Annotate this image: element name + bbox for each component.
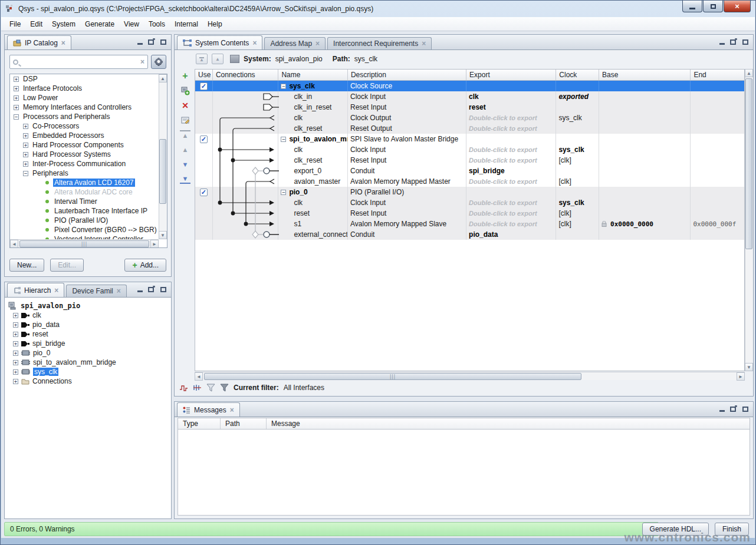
use-checkbox[interactable]: ✓ bbox=[200, 136, 208, 143]
export-cell[interactable]: reset bbox=[466, 102, 556, 113]
tree-item[interactable]: Altera Modular ADC core bbox=[10, 187, 167, 197]
scroll-down-icon[interactable]: ▼ bbox=[745, 363, 753, 371]
export-cell[interactable]: Double-click to export bbox=[466, 176, 556, 187]
scroll-up-icon[interactable]: ▲ bbox=[745, 69, 753, 77]
move-up-button[interactable]: ▲ bbox=[212, 54, 223, 64]
expand-icon[interactable]: + bbox=[14, 77, 19, 82]
tree-item[interactable]: +Embedded Processors bbox=[10, 131, 167, 140]
tree-item[interactable]: +Co-Processors bbox=[10, 121, 167, 131]
tree-item[interactable]: +Hard Processor Components bbox=[10, 140, 167, 150]
col-description[interactable]: Description bbox=[348, 70, 466, 80]
hierarchy-item[interactable]: +pio_data bbox=[8, 320, 171, 329]
scroll-left-icon[interactable]: ◄ bbox=[10, 240, 18, 248]
edit-parameters-icon[interactable] bbox=[180, 115, 190, 125]
tab-close-icon[interactable]: × bbox=[54, 288, 58, 293]
scroll-right-icon[interactable]: ► bbox=[150, 240, 159, 248]
menu-internal[interactable]: Internal bbox=[170, 18, 203, 30]
tab-device-family[interactable]: Device Famil × bbox=[66, 285, 126, 297]
expand-icon[interactable]: + bbox=[14, 105, 19, 110]
expand-icon[interactable]: + bbox=[13, 351, 18, 356]
col-export[interactable]: Export bbox=[466, 70, 556, 80]
title-bar[interactable]: Qsys - spi_avalon_pio.qsys (C:\Projects\… bbox=[1, 1, 755, 17]
col-path[interactable]: Path bbox=[221, 418, 267, 429]
scroll-left-icon[interactable]: ◄ bbox=[195, 372, 203, 381]
tab-system-contents[interactable]: System Contents × bbox=[177, 35, 262, 49]
col-use[interactable]: Use bbox=[195, 70, 213, 80]
tree-item[interactable]: +Memory Interfaces and Controllers bbox=[10, 103, 167, 112]
clear-filter-icon[interactable] bbox=[220, 384, 229, 392]
tab-close-icon[interactable]: × bbox=[117, 288, 121, 294]
tab-messages[interactable]: Messages × bbox=[177, 402, 240, 417]
show-interfaces-icon[interactable] bbox=[193, 384, 202, 392]
expand-icon[interactable]: + bbox=[13, 332, 18, 337]
move-to-bottom-icon[interactable]: ▼ bbox=[180, 174, 190, 184]
export-cell[interactable]: Double-click to export bbox=[466, 197, 556, 208]
expand-icon[interactable]: + bbox=[23, 161, 28, 167]
panel-minimize-icon[interactable] bbox=[718, 38, 725, 45]
tab-close-icon[interactable]: × bbox=[61, 40, 65, 46]
menu-system[interactable]: System bbox=[47, 18, 80, 30]
tree-item[interactable]: −Processors and Peripherals bbox=[10, 112, 167, 121]
menu-view[interactable]: View bbox=[119, 18, 144, 30]
hierarchy-item[interactable]: +spi_to_avalon_mm_bridge bbox=[8, 358, 171, 367]
tree-vertical-scrollbar[interactable]: ▲ ▼ bbox=[159, 74, 167, 239]
add-button[interactable]: +Add... bbox=[124, 259, 166, 272]
tab-close-icon[interactable]: × bbox=[315, 41, 320, 47]
collapse-icon[interactable]: − bbox=[281, 137, 286, 142]
tree-item[interactable]: +Low Power bbox=[10, 93, 167, 103]
panel-minimize-icon[interactable] bbox=[718, 405, 725, 412]
hierarchy-item[interactable]: +Connections bbox=[8, 376, 171, 386]
filter-icon[interactable] bbox=[206, 384, 215, 392]
menu-edit[interactable]: Edit bbox=[25, 18, 47, 30]
expand-icon[interactable]: + bbox=[23, 133, 28, 138]
export-cell[interactable]: Double-click to export bbox=[466, 113, 556, 123]
expand-icon[interactable]: + bbox=[14, 86, 19, 91]
search-input[interactable] bbox=[21, 58, 137, 66]
move-up-icon[interactable]: ▲ bbox=[180, 145, 190, 154]
hierarchy-item[interactable]: +spi_bridge bbox=[8, 339, 171, 348]
scrollbar-thumb[interactable]: ||| bbox=[204, 373, 581, 380]
scroll-down-icon[interactable]: ▼ bbox=[159, 231, 167, 239]
export-cell[interactable]: Double-click to export bbox=[466, 155, 556, 166]
move-top-button[interactable]: ▲ bbox=[196, 54, 208, 64]
tree-item[interactable]: +Interface Protocols bbox=[10, 84, 167, 93]
menu-tools[interactable]: Tools bbox=[144, 18, 170, 30]
expand-icon[interactable]: + bbox=[13, 379, 18, 384]
scroll-up-icon[interactable]: ▲ bbox=[159, 74, 167, 82]
expand-icon[interactable]: + bbox=[23, 152, 28, 157]
collapse-icon[interactable]: − bbox=[281, 190, 286, 195]
export-cell[interactable]: spi_bridge bbox=[466, 166, 556, 176]
col-connections[interactable]: Connections bbox=[213, 70, 279, 80]
export-cell[interactable]: clk bbox=[466, 91, 556, 102]
tab-close-icon[interactable]: × bbox=[230, 407, 234, 413]
tab-address-map[interactable]: Address Map × bbox=[264, 37, 326, 49]
tree-item[interactable]: Lauterbach Trace Interface IP bbox=[10, 206, 167, 216]
panel-maximize-icon[interactable] bbox=[160, 286, 167, 292]
use-checkbox[interactable]: ✓ bbox=[200, 189, 208, 196]
panel-maximize-icon[interactable] bbox=[742, 38, 749, 45]
export-cell[interactable]: Double-click to export bbox=[466, 208, 556, 219]
catalog-settings-button[interactable] bbox=[151, 55, 166, 69]
tree-item[interactable]: +Hard Processor Systems bbox=[10, 150, 167, 159]
close-button[interactable]: × bbox=[724, 1, 751, 12]
tab-close-icon[interactable]: × bbox=[252, 40, 257, 46]
generate-hdl-button[interactable]: Generate HDL... bbox=[642, 523, 709, 536]
connection-wires[interactable] bbox=[213, 81, 279, 240]
export-cell[interactable]: Double-click to export bbox=[466, 123, 556, 134]
menu-file[interactable]: File bbox=[5, 18, 25, 30]
menu-help[interactable]: Help bbox=[203, 18, 227, 30]
menu-generate[interactable]: Generate bbox=[80, 18, 119, 30]
panel-float-icon[interactable] bbox=[148, 38, 155, 45]
lock-icon[interactable] bbox=[601, 221, 607, 227]
expand-icon[interactable]: + bbox=[13, 341, 18, 346]
minimize-button[interactable] bbox=[682, 1, 702, 12]
export-cell[interactable]: Double-click to export bbox=[466, 144, 556, 155]
expand-icon[interactable]: + bbox=[23, 143, 28, 148]
ip-search-box[interactable]: × bbox=[9, 55, 148, 69]
expand-icon[interactable]: + bbox=[13, 360, 18, 365]
panel-maximize-icon[interactable] bbox=[160, 38, 167, 45]
panel-maximize-icon[interactable] bbox=[742, 405, 749, 412]
hierarchy-item[interactable]: +clk bbox=[8, 311, 171, 320]
edit-button[interactable]: Edit... bbox=[50, 259, 84, 272]
remove-icon[interactable]: ✕ bbox=[180, 101, 190, 110]
